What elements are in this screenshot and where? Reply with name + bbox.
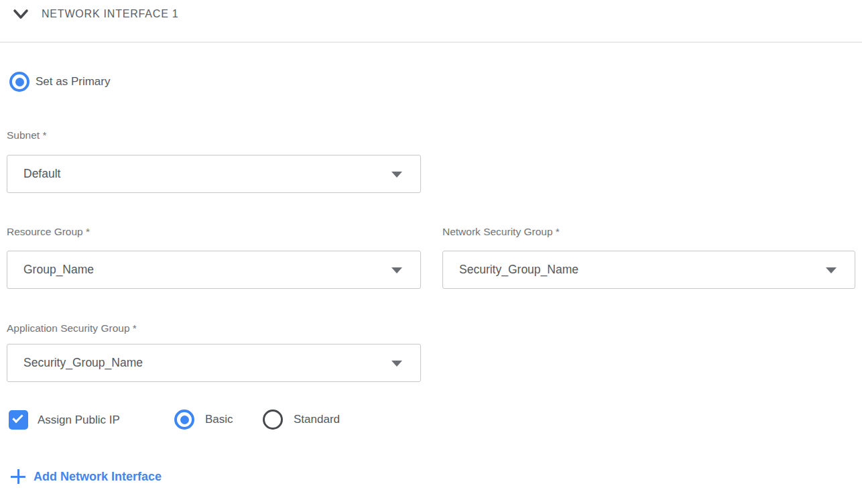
- radio-dot: [180, 416, 189, 424]
- network-security-group-value: Security_Group_Name: [459, 251, 578, 288]
- set-as-primary-radio[interactable]: [9, 72, 29, 92]
- assign-public-ip-label: Assign Public IP: [38, 410, 120, 430]
- ip-sku-basic-radio[interactable]: [174, 410, 194, 430]
- resource-group-value: Group_Name: [23, 251, 94, 288]
- set-as-primary-label: Set as Primary: [36, 72, 110, 92]
- network-security-group-select[interactable]: Security_Group_Name: [442, 251, 855, 289]
- ip-sku-basic-label: Basic: [205, 410, 233, 430]
- chevron-down-icon[interactable]: [13, 7, 29, 21]
- application-security-group-select[interactable]: Security_Group_Name: [7, 344, 421, 382]
- resource-group-select[interactable]: Group_Name: [7, 251, 421, 289]
- network-interface-form: NETWORK INTERFACE 1 Set as Primary Subne…: [0, 0, 862, 504]
- application-security-group-value: Security_Group_Name: [23, 344, 143, 381]
- assign-public-ip-checkbox[interactable]: [9, 410, 28, 430]
- dropdown-caret-icon: [826, 267, 837, 273]
- subnet-label: Subnet *: [7, 129, 46, 142]
- application-security-group-label: Application Security Group *: [7, 322, 137, 335]
- subnet-value: Default: [23, 155, 60, 192]
- add-network-interface-link[interactable]: Add Network Interface: [11, 468, 162, 485]
- radio-dot: [15, 78, 24, 86]
- ip-sku-standard-radio[interactable]: [263, 410, 283, 430]
- ip-sku-standard-label: Standard: [294, 410, 340, 430]
- network-security-group-label: Network Security Group *: [442, 225, 560, 239]
- dropdown-caret-icon: [391, 361, 402, 367]
- dropdown-caret-icon: [391, 267, 402, 273]
- section-title: NETWORK INTERFACE 1: [42, 7, 179, 21]
- section-header-network-interface-1[interactable]: NETWORK INTERFACE 1: [0, 0, 862, 43]
- dropdown-caret-icon: [391, 172, 402, 178]
- subnet-select[interactable]: Default: [7, 155, 421, 193]
- resource-group-label: Resource Group *: [7, 225, 90, 239]
- plus-icon: [11, 469, 25, 484]
- add-network-interface-label: Add Network Interface: [34, 468, 162, 485]
- checkmark-icon: [12, 412, 23, 423]
